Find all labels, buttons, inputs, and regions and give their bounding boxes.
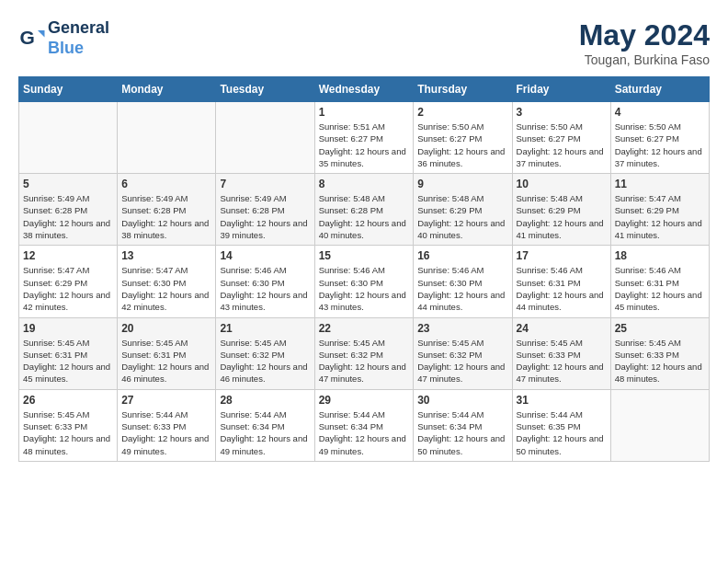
month-title: May 2024 — [579, 18, 710, 52]
day-info: Sunrise: 5:44 AMSunset: 6:34 PMDaylight:… — [417, 408, 507, 457]
calendar-cell — [610, 389, 709, 461]
calendar-cell — [118, 102, 216, 174]
calendar-cell: 29Sunrise: 5:44 AMSunset: 6:34 PMDayligh… — [314, 389, 414, 461]
calendar-cell: 14Sunrise: 5:46 AMSunset: 6:30 PMDayligh… — [216, 246, 314, 317]
day-number: 29 — [319, 394, 410, 407]
day-number: 27 — [121, 394, 211, 407]
day-info: Sunrise: 5:49 AMSunset: 6:28 PMDaylight:… — [220, 192, 310, 241]
calendar-cell: 31Sunrise: 5:44 AMSunset: 6:35 PMDayligh… — [512, 389, 610, 461]
day-info: Sunrise: 5:46 AMSunset: 6:31 PMDaylight:… — [615, 264, 705, 313]
day-number: 10 — [517, 178, 607, 190]
calendar-cell: 28Sunrise: 5:44 AMSunset: 6:34 PMDayligh… — [216, 389, 314, 461]
day-info: Sunrise: 5:46 AMSunset: 6:30 PMDaylight:… — [417, 264, 507, 313]
day-number: 18 — [615, 249, 705, 262]
calendar-header-wednesday: Wednesday — [314, 77, 414, 102]
day-info: Sunrise: 5:50 AMSunset: 6:27 PMDaylight:… — [615, 121, 705, 169]
calendar-cell: 8Sunrise: 5:48 AMSunset: 6:28 PMDaylight… — [314, 174, 414, 246]
calendar-cell: 5Sunrise: 5:49 AMSunset: 6:28 PMDaylight… — [19, 174, 118, 246]
calendar-cell: 26Sunrise: 5:45 AMSunset: 6:33 PMDayligh… — [19, 389, 118, 461]
day-number: 13 — [121, 249, 211, 262]
calendar-week-5: 26Sunrise: 5:45 AMSunset: 6:33 PMDayligh… — [19, 389, 710, 461]
calendar-cell: 3Sunrise: 5:50 AMSunset: 6:27 PMDaylight… — [512, 102, 610, 174]
calendar-cell: 2Sunrise: 5:50 AMSunset: 6:27 PMDaylight… — [414, 102, 512, 174]
calendar-header-row: SundayMondayTuesdayWednesdayThursdayFrid… — [19, 77, 710, 102]
page-header: G General Blue May 2024 Tougan, Burkina … — [18, 18, 710, 67]
day-info: Sunrise: 5:46 AMSunset: 6:30 PMDaylight:… — [319, 264, 410, 313]
day-number: 8 — [319, 178, 410, 190]
calendar-cell: 4Sunrise: 5:50 AMSunset: 6:27 PMDaylight… — [610, 102, 709, 174]
calendar-cell: 18Sunrise: 5:46 AMSunset: 6:31 PMDayligh… — [610, 246, 709, 317]
day-number: 11 — [615, 178, 705, 190]
day-number: 16 — [417, 249, 507, 262]
day-number: 17 — [517, 249, 607, 262]
calendar-week-4: 19Sunrise: 5:45 AMSunset: 6:31 PMDayligh… — [19, 317, 710, 389]
day-info: Sunrise: 5:44 AMSunset: 6:34 PMDaylight:… — [319, 408, 410, 457]
calendar-cell: 22Sunrise: 5:45 AMSunset: 6:32 PMDayligh… — [314, 317, 414, 389]
calendar-cell: 16Sunrise: 5:46 AMSunset: 6:30 PMDayligh… — [414, 246, 512, 317]
day-info: Sunrise: 5:48 AMSunset: 6:29 PMDaylight:… — [417, 192, 507, 241]
calendar-cell: 10Sunrise: 5:48 AMSunset: 6:29 PMDayligh… — [512, 174, 610, 246]
day-info: Sunrise: 5:45 AMSunset: 6:31 PMDaylight:… — [23, 337, 113, 385]
logo: G General Blue — [18, 18, 109, 58]
location: Tougan, Burkina Faso — [579, 52, 710, 67]
calendar-cell: 19Sunrise: 5:45 AMSunset: 6:31 PMDayligh… — [19, 317, 118, 389]
calendar-header-friday: Friday — [512, 77, 610, 102]
day-number: 31 — [517, 394, 607, 407]
day-number: 19 — [23, 322, 113, 335]
calendar-week-3: 12Sunrise: 5:47 AMSunset: 6:29 PMDayligh… — [19, 246, 710, 317]
calendar-cell: 7Sunrise: 5:49 AMSunset: 6:28 PMDaylight… — [216, 174, 314, 246]
calendar-cell: 1Sunrise: 5:51 AMSunset: 6:27 PMDaylight… — [314, 102, 414, 174]
calendar-week-2: 5Sunrise: 5:49 AMSunset: 6:28 PMDaylight… — [19, 174, 710, 246]
calendar-cell: 15Sunrise: 5:46 AMSunset: 6:30 PMDayligh… — [314, 246, 414, 317]
day-info: Sunrise: 5:44 AMSunset: 6:34 PMDaylight:… — [220, 408, 310, 457]
calendar-cell — [19, 102, 118, 174]
title-block: May 2024 Tougan, Burkina Faso — [579, 18, 710, 67]
day-number: 4 — [615, 106, 705, 119]
day-number: 21 — [220, 322, 310, 335]
day-info: Sunrise: 5:50 AMSunset: 6:27 PMDaylight:… — [517, 121, 607, 169]
day-info: Sunrise: 5:45 AMSunset: 6:32 PMDaylight:… — [319, 337, 410, 385]
day-info: Sunrise: 5:45 AMSunset: 6:32 PMDaylight:… — [417, 337, 507, 385]
day-number: 25 — [615, 322, 705, 335]
day-info: Sunrise: 5:46 AMSunset: 6:31 PMDaylight:… — [517, 264, 607, 313]
day-info: Sunrise: 5:48 AMSunset: 6:29 PMDaylight:… — [517, 192, 607, 241]
calendar-cell: 17Sunrise: 5:46 AMSunset: 6:31 PMDayligh… — [512, 246, 610, 317]
day-info: Sunrise: 5:49 AMSunset: 6:28 PMDaylight:… — [121, 192, 211, 241]
day-info: Sunrise: 5:50 AMSunset: 6:27 PMDaylight:… — [417, 121, 507, 169]
day-number: 24 — [517, 322, 607, 335]
day-number: 6 — [121, 178, 211, 190]
day-info: Sunrise: 5:45 AMSunset: 6:33 PMDaylight:… — [615, 337, 705, 385]
day-info: Sunrise: 5:47 AMSunset: 6:29 PMDaylight:… — [615, 192, 705, 241]
day-number: 5 — [23, 178, 113, 190]
calendar-cell: 27Sunrise: 5:44 AMSunset: 6:33 PMDayligh… — [118, 389, 216, 461]
day-info: Sunrise: 5:51 AMSunset: 6:27 PMDaylight:… — [319, 121, 410, 169]
day-number: 2 — [417, 106, 507, 119]
calendar-header-thursday: Thursday — [414, 77, 512, 102]
calendar-header-saturday: Saturday — [610, 77, 709, 102]
day-number: 28 — [220, 394, 310, 407]
logo-icon: G — [18, 25, 46, 52]
svg-text:G: G — [20, 27, 35, 48]
day-info: Sunrise: 5:44 AMSunset: 6:33 PMDaylight:… — [121, 408, 211, 457]
day-number: 26 — [23, 394, 113, 407]
calendar-header-sunday: Sunday — [19, 77, 118, 102]
day-number: 3 — [517, 106, 607, 119]
day-number: 15 — [319, 249, 410, 262]
day-info: Sunrise: 5:48 AMSunset: 6:28 PMDaylight:… — [319, 192, 410, 241]
day-number: 23 — [417, 322, 507, 335]
day-info: Sunrise: 5:45 AMSunset: 6:32 PMDaylight:… — [220, 337, 310, 385]
day-info: Sunrise: 5:46 AMSunset: 6:30 PMDaylight:… — [220, 264, 310, 313]
day-number: 14 — [220, 249, 310, 262]
day-info: Sunrise: 5:45 AMSunset: 6:33 PMDaylight:… — [517, 337, 607, 385]
calendar-cell: 6Sunrise: 5:49 AMSunset: 6:28 PMDaylight… — [118, 174, 216, 246]
day-number: 7 — [220, 178, 310, 190]
day-number: 1 — [319, 106, 410, 119]
calendar-table: SundayMondayTuesdayWednesdayThursdayFrid… — [18, 76, 710, 462]
calendar-cell: 11Sunrise: 5:47 AMSunset: 6:29 PMDayligh… — [610, 174, 709, 246]
calendar-week-1: 1Sunrise: 5:51 AMSunset: 6:27 PMDaylight… — [19, 102, 710, 174]
svg-marker-1 — [38, 30, 45, 38]
day-info: Sunrise: 5:44 AMSunset: 6:35 PMDaylight:… — [517, 408, 607, 457]
day-info: Sunrise: 5:45 AMSunset: 6:31 PMDaylight:… — [121, 337, 211, 385]
calendar-header-monday: Monday — [118, 77, 216, 102]
calendar-cell: 30Sunrise: 5:44 AMSunset: 6:34 PMDayligh… — [414, 389, 512, 461]
